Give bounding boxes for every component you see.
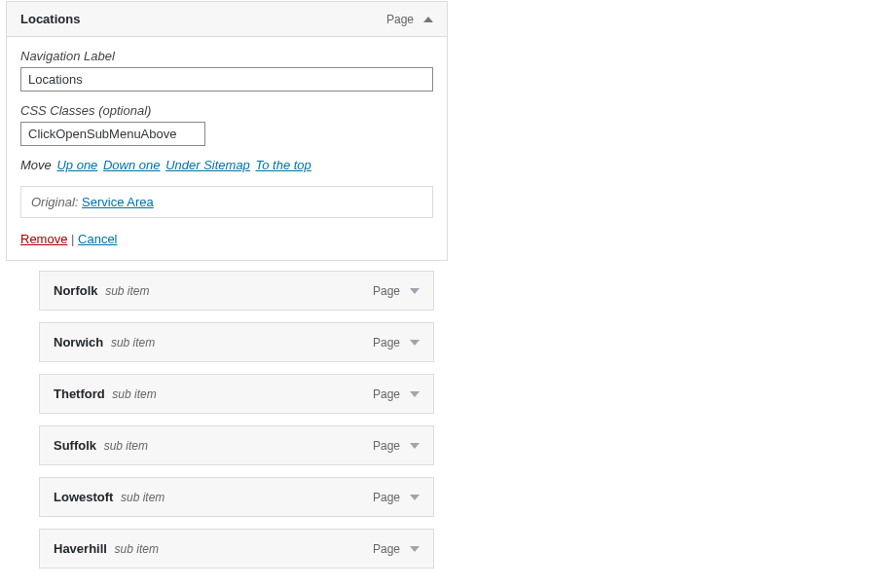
menu-item-controls: Page [373,336,420,349]
menu-item-type: Page [373,439,400,453]
menu-item-subtitle: sub item [115,542,159,556]
move-under-link[interactable]: Under Sitemap [165,158,250,172]
menu-item-header[interactable]: Norfolk sub itemPage [40,272,433,310]
menu-item-type: Page [386,13,414,26]
menu-item-header[interactable]: Locations Page [7,2,447,36]
menu-item-subtitle: sub item [111,336,155,349]
menu-item-settings: Navigation Label CSS Classes (optional) … [7,36,447,260]
cancel-link[interactable]: Cancel [78,232,117,246]
original-label: Original: [31,195,78,209]
menu-item-title: Norfolk sub item [54,283,149,298]
menu-item-controls: Page [373,387,420,401]
move-down-one-link[interactable]: Down one [103,158,161,172]
menu-item-collapsed: Haverhill sub itemPage [39,529,434,569]
menu-item-type: Page [373,336,400,349]
css-classes-input[interactable] [20,122,205,146]
menu-item-type: Page [373,284,400,298]
nav-label-caption: Navigation Label [20,49,433,63]
menu-item-header[interactable]: Lowestoft sub itemPage [40,478,433,516]
menu-item-subtitle: sub item [112,387,156,401]
menu-item-type: Page [373,542,400,556]
actions-row: Remove | Cancel [20,232,433,246]
menu-item-collapsed: Norwich sub itemPage [39,322,434,362]
menu-item-title: Haverhill sub item [54,541,159,556]
expand-icon[interactable] [410,546,420,552]
menu-item-title: Locations [20,12,80,26]
move-up-one-link[interactable]: Up one [56,158,97,172]
menu-item-subtitle: sub item [104,439,148,453]
expand-icon[interactable] [410,443,420,449]
css-classes-caption: CSS Classes (optional) [20,103,433,118]
menu-item-collapsed: Suffolk sub itemPage [39,425,434,465]
css-classes-field: CSS Classes (optional) [20,103,433,146]
menu-item-title: Suffolk sub item [54,438,148,453]
expand-icon[interactable] [410,495,420,500]
move-label: Move [20,158,52,172]
menu-item-controls: Page [386,13,433,26]
menu-item-header[interactable]: Haverhill sub itemPage [40,530,433,568]
menu-item-header[interactable]: Norwich sub itemPage [40,323,433,361]
menu-item-collapsed: Thetford sub itemPage [39,374,434,414]
move-row: Move Up one Down one Under Sitemap To th… [20,158,433,172]
menu-item-type: Page [373,491,400,504]
menu-item-controls: Page [373,439,420,453]
menu-item-header[interactable]: Suffolk sub itemPage [40,426,433,464]
sub-items-list: Norfolk sub itemPageNorwich sub itemPage… [39,271,434,569]
menu-item-collapsed: Norfolk sub itemPage [39,271,434,311]
menu-item-expanded: Locations Page Navigation Label CSS Clas… [6,1,448,261]
nav-label-input[interactable] [20,67,433,92]
expand-icon[interactable] [410,340,420,346]
menu-item-controls: Page [373,491,420,504]
original-link[interactable]: Service Area [82,195,154,209]
expand-icon[interactable] [410,391,420,397]
menu-item-collapsed: Lowestoft sub itemPage [39,477,434,517]
nav-label-field: Navigation Label [20,49,433,92]
menu-item-title: Lowestoft sub item [54,490,165,504]
original-box: Original: Service Area [20,186,433,218]
actions-separator: | [67,232,78,246]
menu-item-subtitle: sub item [121,491,165,504]
menu-item-controls: Page [373,284,420,298]
menu-item-title: Norwich sub item [54,335,155,349]
expand-icon[interactable] [410,288,420,294]
menu-item-subtitle: sub item [105,284,149,298]
collapse-icon[interactable] [423,17,433,22]
remove-link[interactable]: Remove [20,232,67,246]
menu-item-title: Thetford sub item [54,386,157,401]
move-to-top-link[interactable]: To the top [255,158,311,172]
menu-item-type: Page [373,387,400,401]
menu-item-controls: Page [373,542,420,556]
menu-item-header[interactable]: Thetford sub itemPage [40,375,433,413]
